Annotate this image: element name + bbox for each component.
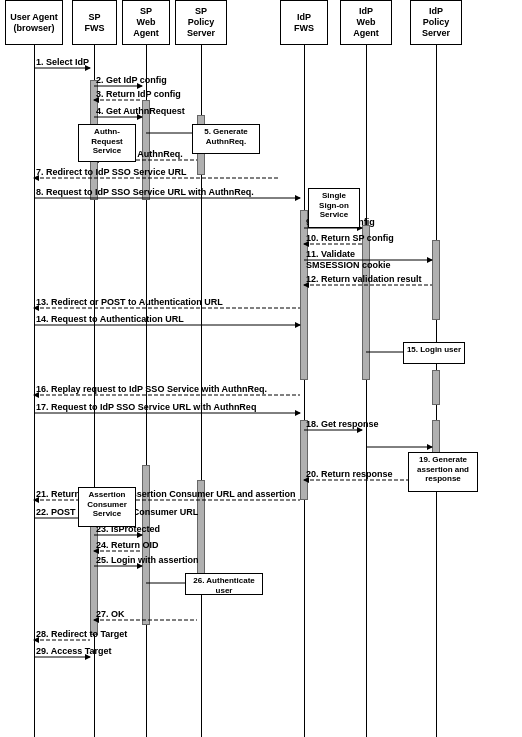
assertion-consumer-service-box: AssertionConsumerService — [78, 487, 136, 527]
svg-text:8. Request to IdP SSO Service : 8. Request to IdP SSO Service URL with A… — [36, 187, 254, 197]
svg-text:12. Return validation result: 12. Return validation result — [306, 274, 422, 284]
svg-text:SMSESSION cookie: SMSESSION cookie — [306, 260, 391, 270]
sequence-diagram: User Agent(browser) SPFWS SPWebAgent SPP… — [0, 0, 522, 737]
svg-text:14. Request to Authentication : 14. Request to Authentication URL — [36, 314, 184, 324]
svg-text:3. Return IdP config: 3. Return IdP config — [96, 89, 181, 99]
svg-text:20. Return response: 20. Return response — [306, 469, 393, 479]
svg-text:11. Validate: 11. Validate — [306, 249, 355, 259]
svg-text:18. Get response: 18. Get response — [306, 419, 379, 429]
generate-assertion-box: 19. Generateassertion andresponse — [408, 452, 478, 492]
login-user-box: 15. Login user — [403, 342, 465, 364]
generate-authnreq-box: 5. GenerateAuthnReq. — [192, 124, 260, 154]
svg-text:17. Request to IdP SSO Service: 17. Request to IdP SSO Service URL with … — [36, 402, 256, 412]
single-signon-service-box: SingleSign-onService — [308, 188, 360, 228]
svg-text:7. Redirect to IdP SSO Service: 7. Redirect to IdP SSO Service URL — [36, 167, 187, 177]
svg-text:10. Return SP config: 10. Return SP config — [306, 233, 394, 243]
svg-text:28. Redirect to Target: 28. Redirect to Target — [36, 629, 127, 639]
svg-text:16. Replay request to IdP SSO : 16. Replay request to IdP SSO Service wi… — [36, 384, 267, 394]
authenticate-user-box: 26. Authenticate user — [185, 573, 263, 595]
svg-text:25. Login with assertion: 25. Login with assertion — [96, 555, 199, 565]
svg-text:24. Return OID: 24. Return OID — [96, 540, 159, 550]
svg-text:13. Redirect or POST to Authen: 13. Redirect or POST to Authentication U… — [36, 297, 223, 307]
svg-text:29. Access Target: 29. Access Target — [36, 646, 112, 656]
svg-text:4. Get AuthnRequest: 4. Get AuthnRequest — [96, 106, 185, 116]
authn-request-service-box: Authn-RequestService — [78, 124, 136, 162]
svg-text:1. Select IdP: 1. Select IdP — [36, 57, 89, 67]
svg-text:21. Return form with Assertion: 21. Return form with Assertion Consumer … — [36, 489, 296, 499]
arrows-svg: 1. Select IdP 2. Get IdP config 3. Retur… — [0, 0, 522, 737]
svg-text:27. OK: 27. OK — [96, 609, 125, 619]
svg-text:2. Get IdP config: 2. Get IdP config — [96, 75, 167, 85]
